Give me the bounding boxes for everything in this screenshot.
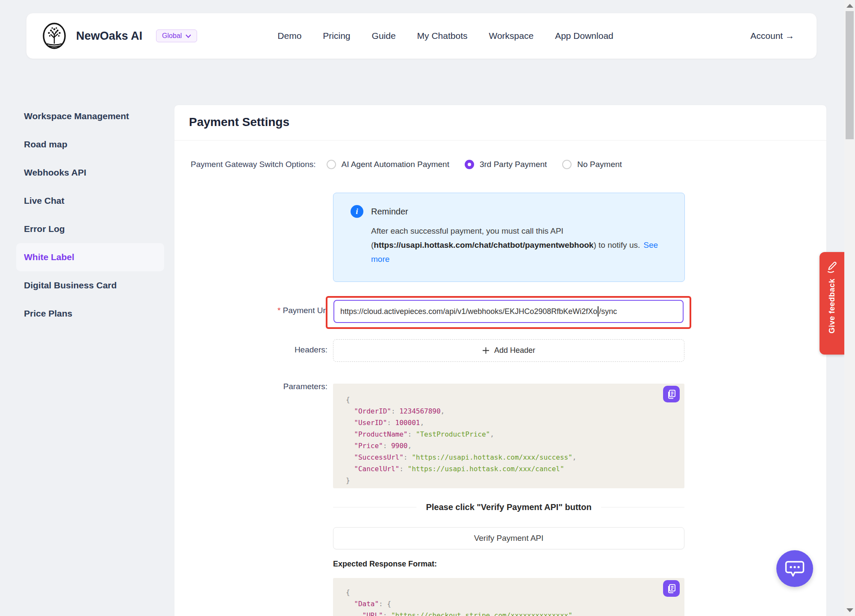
code-line: "Data": { [346,598,672,610]
add-header-button[interactable]: Add Header [333,339,684,362]
reminder-text-after: ) to notify us. [593,241,640,249]
expected-response-code-block: { "Data": { "URL": "https://checkout.str… [333,578,684,616]
give-feedback-label: Give feedback [828,279,837,334]
radio-option-ai-agent-automation-payment[interactable]: AI Agent Automation Payment [327,160,449,169]
verify-instruction-divider: Please click "Verify Payment API" button [333,502,684,512]
payment-url-input[interactable]: https://cloud.activepieces.com/api/v1/we… [333,300,684,323]
nav-item-guide[interactable]: Guide [372,31,396,41]
code-line: "ProductName": "TestProductPrice", [346,428,672,440]
verify-payment-api-button[interactable]: Verify Payment API [333,527,684,549]
verify-instruction-text: Please click "Verify Payment API" button [426,502,591,512]
reminder-alert: i Reminder After each successful payment… [333,193,685,282]
text-caret [598,306,598,317]
sidebar-item-live-chat[interactable]: Live Chat [16,187,164,215]
radio-option-no-payment[interactable]: No Payment [562,160,622,169]
gateway-switch-label: Payment Gateway Switch Options: [191,160,316,169]
radio-unselected-icon [562,160,572,169]
required-asterisk: * [277,306,280,315]
payment-url-value-before-caret: https://cloud.activepieces.com/api/v1/we… [340,307,597,316]
main-nav: DemoPricingGuideMy ChatbotsWorkspaceApp … [277,31,613,41]
give-feedback-tab[interactable]: Give feedback [820,252,844,355]
radio-selected-icon [465,160,474,169]
headers-label: Headers: [182,345,327,355]
parameters-label: Parameters: [182,382,327,391]
brand-name: NewOaks AI [76,29,142,43]
code-line: "CancelUrl": "https://usapi.hottask.com/… [346,463,672,475]
chat-launcher-button[interactable] [776,550,813,587]
plus-icon [482,347,489,354]
copy-document-icon [667,390,676,399]
radio-option-label: AI Agent Automation Payment [342,160,449,169]
code-line: "URL": "https://checkout.stripe.com/xxxx… [346,610,672,616]
scrollbar-arrow-up-icon[interactable] [846,4,853,8]
reminder-title: Reminder [371,207,408,217]
vertical-scrollbar [844,0,855,616]
copy-response-button[interactable] [663,580,680,597]
nav-item-workspace[interactable]: Workspace [489,31,534,41]
code-line: "OrderID": 1234567890, [346,405,672,417]
radio-option-label: 3rd Party Payment [480,160,547,169]
sidebar-item-error-log[interactable]: Error Log [16,215,164,243]
gateway-options: AI Agent Automation Payment3rd Party Pay… [327,160,637,169]
nav-item-my-chatbots[interactable]: My Chatbots [417,31,468,41]
code-line: { [346,394,672,405]
sidebar-item-webhooks-api[interactable]: Webhooks API [16,158,164,187]
copy-document-icon [667,584,676,593]
parameters-code-block: { "OrderID": 1234567890, "UserID": 10000… [333,384,684,488]
expected-response-label: Expected Response Format: [333,560,437,569]
chat-bubble-icon [784,560,805,578]
code-line: } [346,475,672,486]
sidebar-item-white-label[interactable]: White Label [16,243,164,271]
oak-tree-logo-icon [42,22,67,50]
account-link[interactable]: Account → [750,31,801,41]
sidebar: Workspace ManagementRoad mapWebhooks API… [16,102,164,328]
payment-url-label: *Payment Url [182,306,327,315]
scrollbar-arrow-down-icon[interactable] [846,608,853,612]
payment-url-value-after-caret: /sync [599,307,617,316]
nav-item-demo[interactable]: Demo [277,31,301,41]
region-dropdown-label: Global [162,32,182,40]
code-line: "SuccessUrl": "https://usapi.hottask.com… [346,452,672,463]
copy-parameters-button[interactable] [663,386,680,402]
radio-unselected-icon [327,160,336,169]
reminder-api-url: https://usapi.hottask.com/chat/chatbot/p… [374,241,593,249]
info-circle-icon: i [351,205,363,218]
title-divider [174,140,826,141]
page: NewOaks AI Global DemoPricingGuideMy Cha… [0,0,855,616]
code-line: "Price": 9900, [346,440,672,452]
radio-option-label: No Payment [577,160,622,169]
nav-item-app-download[interactable]: App Download [555,31,613,41]
nav-item-pricing[interactable]: Pricing [323,31,350,41]
reminder-body: After each successful payment, you must … [371,224,666,266]
sidebar-item-road-map[interactable]: Road map [16,130,164,158]
add-header-label: Add Header [494,346,535,355]
sidebar-item-workspace-management[interactable]: Workspace Management [16,102,164,130]
pencil-icon [826,261,837,273]
top-navigation: NewOaks AI Global DemoPricingGuideMy Cha… [26,13,817,59]
reminder-header: i Reminder [351,205,668,218]
gateway-switch-row: Payment Gateway Switch Options: AI Agent… [191,160,637,169]
payment-settings-panel: Payment Settings Payment Gateway Switch … [174,105,827,616]
sidebar-item-price-plans[interactable]: Price Plans [16,299,164,328]
scrollbar-thumb[interactable] [846,11,854,139]
radio-option-3rd-party-payment[interactable]: 3rd Party Payment [465,160,547,169]
chevron-down-icon [186,34,191,38]
sidebar-item-digital-business-card[interactable]: Digital Business Card [16,271,164,299]
code-line: { [346,587,672,598]
code-line: "UserID": 100001, [346,417,672,428]
page-title: Payment Settings [189,115,289,129]
region-dropdown[interactable]: Global [156,29,197,42]
